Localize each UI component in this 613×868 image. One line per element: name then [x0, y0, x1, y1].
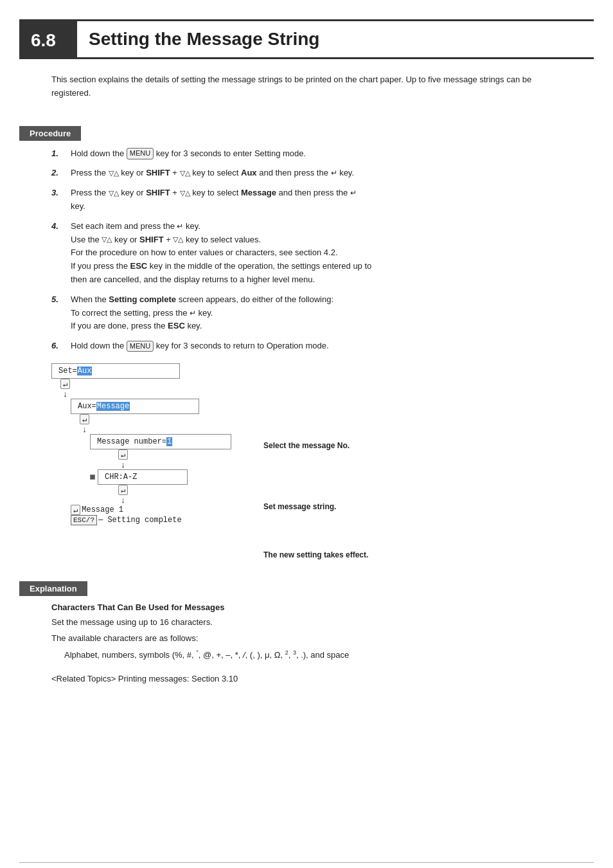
expl-line-1: Set the message using up to 16 character… [51, 616, 562, 629]
diag-chr-row: CHR:A-Z [90, 469, 188, 485]
expl-line-2: The available characters are as follows: [51, 632, 562, 646]
enter-sym-1: ↵ [331, 168, 337, 177]
nav-sym-2: ▽△ [180, 168, 190, 179]
diag-highlight-1: 1 [166, 437, 172, 446]
diag-box-1-text: Set=Aux [58, 366, 92, 375]
diag-box-3-text: Message number=1 [97, 437, 172, 446]
step-1: 1. Hold down the MENU key for 3 seconds … [51, 147, 562, 161]
diag-indicator [90, 475, 95, 480]
enter-sym-3: ↵ [177, 222, 183, 231]
menu-key-1: MENU [127, 148, 154, 159]
procedure-list: 1. Hold down the MENU key for 3 seconds … [51, 147, 562, 353]
diag-setting-complete-text: — Setting complete [98, 516, 182, 525]
diag-chr-text: CHR:A-Z [105, 473, 137, 482]
explanation-content: Characters That Can Be Used for Messages… [51, 602, 562, 683]
diagram-area: Set=Aux ↵ ↓ Aux=Message ↵ ↓ [51, 363, 594, 559]
step-6-text: Hold down the MENU key for 3 seconds to … [71, 339, 562, 353]
expl-subhead-text: Characters That Can Be Used for Messages [51, 602, 224, 612]
step-1-num: 1. [51, 147, 71, 161]
diag-enter-arrow-2: ↵ ↓ [80, 414, 89, 434]
nav-down-up-sym-1: ▽△ [109, 168, 119, 179]
nav-sym-5: ▽△ [102, 234, 112, 246]
step-2-text: Press the ▽△ key or SHIFT + ▽△ key to se… [71, 167, 562, 180]
page-footer: 6-8 IM 04P02B01-01E [19, 862, 594, 868]
diag-enter-msg1-row: ↵ Message 1 [71, 505, 182, 515]
label-new-setting-text: The new setting takes effect. [263, 550, 368, 559]
nav-sym-3: ▽△ [109, 188, 119, 199]
enter-icon-5: ↵ [71, 505, 80, 515]
step-6: 6. Hold down the MENU key for 3 seconds … [51, 339, 562, 353]
label-new-setting: The new setting takes effect. [263, 550, 368, 559]
diag-enter-arrow-1: ↵ ↓ [60, 379, 70, 399]
down-arrow-2: ↓ [82, 424, 87, 434]
degree-sym: ° [196, 649, 199, 656]
step-5-num: 5. [51, 293, 71, 307]
diag-highlight-aux: Aux [77, 366, 93, 375]
step-3-text: Press the ▽△ key or SHIFT + ▽△ key to se… [71, 186, 562, 213]
page: 6.8 Setting the Message String This sect… [0, 19, 613, 868]
down-arrow-4: ↓ [121, 495, 125, 505]
diag-box-3: Message number=1 [90, 434, 231, 449]
section-title-text: Setting the Message String [89, 29, 319, 50]
diag-box-2-text: Aux=Message [78, 402, 130, 411]
enter-icon-3: ↵ [118, 449, 128, 460]
step-2-num: 2. [51, 167, 71, 180]
step-3: 3. Press the ▽△ key or SHIFT + ▽△ key to… [51, 186, 562, 213]
related-topics: <Related Topics> Printing messages: Sect… [51, 674, 562, 683]
intro-paragraph: This section explains the details of set… [51, 75, 531, 98]
diag-enter-arrow-3: ↵ ↓ [118, 449, 128, 469]
cb-sym: 3 [293, 649, 296, 656]
enter-icon-1: ↵ [60, 379, 70, 389]
enter-icon-2: ↵ [80, 414, 89, 424]
label-set-string-text: Set message string. [263, 502, 336, 511]
step-4-text: Set each item and press the ↵ key. Use t… [71, 220, 562, 287]
diag-highlight-msg: Message [96, 402, 130, 411]
step-5-text: When the Setting complete screen appears… [71, 293, 562, 333]
label-select-msg: Select the message No. [263, 440, 368, 450]
step-1-text: Hold down the MENU key for 3 seconds to … [71, 147, 562, 161]
diag-msg1-text: Message 1 [82, 505, 123, 514]
section-number-text: 6.8 [31, 30, 56, 51]
procedure-label-box: Procedure [19, 126, 81, 141]
diagram-labels: Select the message No. Set message strin… [263, 440, 368, 559]
step-3-num: 3. [51, 186, 71, 200]
step-5: 5. When the Setting complete screen appe… [51, 293, 562, 333]
intro-text: This section explains the details of set… [51, 73, 562, 100]
diag-box-1: Set=Aux [51, 363, 180, 379]
step-2: 2. Press the ▽△ key or SHIFT + ▽△ key to… [51, 167, 562, 180]
step-4-num: 4. [51, 220, 71, 233]
section-header: 6.8 Setting the Message String [19, 19, 594, 59]
expl-subhead: Characters That Can Be Used for Messages [51, 602, 562, 612]
explanation-label-box: Explanation [19, 581, 87, 596]
down-arrow-1: ↓ [63, 389, 67, 399]
procedure-content: 1. Hold down the MENU key for 3 seconds … [51, 147, 562, 353]
procedure-label-text: Procedure [30, 129, 71, 138]
section-title: Setting the Message String [77, 21, 594, 59]
diag-enter-arrow-4: ↵ ↓ [118, 485, 128, 505]
expl-line-3: Alphabet, numbers, symbols (%, #, °, @, … [64, 648, 562, 662]
diag-bottom-boxes: ↵ Message 1 ESC/? — Setting complete [71, 505, 182, 525]
down-arrow-3: ↓ [121, 460, 125, 469]
menu-key-2: MENU [127, 341, 154, 352]
nav-sym-4: ▽△ [180, 188, 190, 199]
related-topics-text: <Related Topics> Printing messages: Sect… [51, 674, 238, 683]
esc-box: ESC/? [71, 515, 97, 525]
step-6-num: 6. [51, 339, 71, 353]
diag-box-chr: CHR:A-Z [98, 469, 188, 485]
expl-line-1-text: Set the message using up to 16 character… [51, 617, 213, 627]
label-select-msg-text: Select the message No. [263, 441, 350, 450]
enter-sym-2: ↵ [350, 188, 357, 197]
sq-sym: 2 [285, 649, 289, 656]
label-set-string: Set message string. [263, 502, 368, 511]
diag-esc-row: ESC/? — Setting complete [71, 515, 182, 525]
explanation-label-text: Explanation [30, 584, 77, 593]
expl-line-2-text: The available characters are as follows: [51, 633, 198, 643]
diag-box-2: Aux=Message [71, 399, 199, 414]
step-4: 4. Set each item and press the ↵ key. Us… [51, 220, 562, 287]
nav-sym-6: ▽△ [173, 234, 183, 246]
enter-icon-4: ↵ [118, 485, 128, 495]
enter-sym-4: ↵ [190, 309, 196, 318]
diagram-flow: Set=Aux ↵ ↓ Aux=Message ↵ ↓ [51, 363, 244, 525]
section-number: 6.8 [19, 21, 77, 59]
